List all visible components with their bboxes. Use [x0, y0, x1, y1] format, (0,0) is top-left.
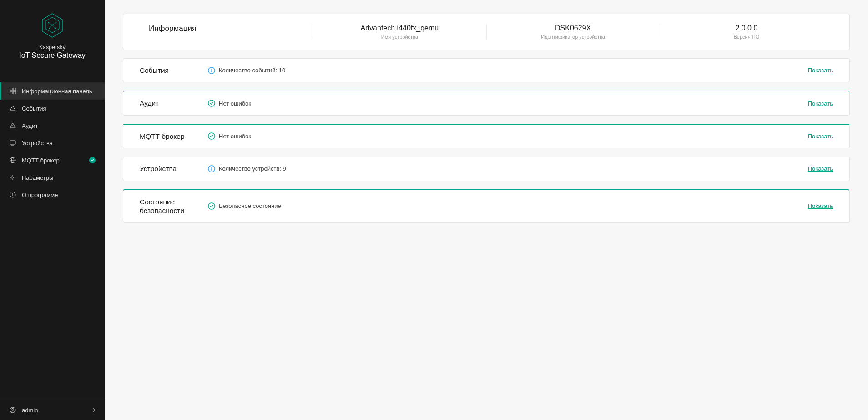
gear-icon [9, 174, 16, 181]
nav-label: О программе [22, 192, 58, 198]
svg-rect-14 [13, 91, 16, 94]
svg-point-38 [208, 203, 215, 209]
nav-item-audit[interactable]: Аудит [0, 117, 105, 134]
info-version-value: 2.0.0.0 [669, 24, 824, 32]
svg-point-36 [211, 167, 212, 168]
svg-point-18 [12, 127, 13, 127]
brand-block: Kaspersky IoT Secure Gateway [0, 0, 105, 69]
svg-line-7 [52, 23, 56, 25]
svg-point-24 [12, 177, 14, 178]
info-device-name-value: Advantech i440fx_qemu [322, 24, 477, 32]
svg-marker-15 [10, 106, 15, 111]
svg-point-29 [12, 408, 14, 410]
info-device-id-value: DSK0629X [496, 24, 651, 32]
mqtt-title: MQTT-брокер [140, 132, 208, 141]
mqtt-text: Нет ошибок [219, 133, 251, 140]
devices-title: Устройства [140, 164, 208, 173]
security-text: Безопасное состояние [219, 202, 281, 209]
nav-item-events[interactable]: События [0, 100, 105, 117]
info-device-name-cell: Advantech i440fx_qemu Имя устройства [313, 24, 486, 40]
svg-point-31 [211, 68, 212, 69]
check-circle-icon [208, 132, 215, 140]
svg-point-33 [208, 100, 215, 106]
svg-point-26 [12, 193, 13, 194]
security-show-link[interactable]: Показать [808, 202, 833, 209]
nav-label: Информационная панель [22, 88, 92, 95]
devices-text: Количество устройств: 9 [219, 165, 286, 172]
status-ok-badge-icon [89, 157, 96, 163]
brand-logo-icon [41, 13, 64, 38]
nav-label: События [22, 105, 46, 112]
user-name: admin [22, 407, 38, 414]
nav-label: Аудит [22, 122, 38, 129]
nav-label: MQTT-брокер [22, 157, 60, 164]
security-title: Состояние безопасности [140, 197, 208, 215]
check-circle-icon [208, 202, 215, 210]
nav-item-dashboard[interactable]: Информационная панель [0, 82, 105, 100]
svg-line-8 [49, 23, 52, 25]
events-title: События [140, 66, 208, 75]
audit-title: Аудит [140, 99, 208, 107]
check-circle-icon [208, 100, 215, 107]
info-device-id-cell: DSK0629X Идентификатор устройства [486, 24, 660, 40]
events-show-link[interactable]: Показать [808, 67, 833, 74]
sidebar-nav: Информационная панель События Аудит Устр… [0, 82, 105, 400]
svg-rect-19 [10, 141, 15, 144]
info-title-cell: Информация [140, 24, 313, 40]
devices-card: Устройства Количество устройств: 9 Показ… [123, 157, 850, 181]
nav-item-mqtt[interactable]: MQTT-брокер [0, 152, 105, 169]
audit-text: Нет ошибок [219, 100, 251, 107]
warning-icon [9, 105, 16, 112]
audit-icon [9, 122, 16, 129]
audit-card: Аудит Нет ошибок Показать [123, 91, 850, 115]
main-content: Информация Advantech i440fx_qemu Имя уст… [105, 0, 868, 420]
sidebar-user-menu[interactable]: admin [0, 400, 105, 420]
brand-line1: Kaspersky [5, 44, 100, 51]
nav-item-about[interactable]: О программе [0, 186, 105, 203]
info-card: Информация Advantech i440fx_qemu Имя уст… [123, 14, 850, 50]
info-device-name-label: Имя устройства [322, 34, 477, 40]
svg-rect-13 [10, 91, 12, 94]
security-card: Состояние безопасности Безопасное состоя… [123, 189, 850, 223]
svg-rect-12 [13, 88, 16, 91]
audit-show-link[interactable]: Показать [808, 100, 833, 107]
globe-icon [9, 157, 16, 164]
nav-item-devices[interactable]: Устройства [0, 134, 105, 152]
events-text: Количество событий: 10 [219, 67, 285, 74]
mqtt-card: MQTT-брокер Нет ошибок Показать [123, 124, 850, 148]
info-icon [9, 191, 16, 198]
devices-icon [9, 139, 16, 147]
user-icon [9, 406, 16, 414]
devices-show-link[interactable]: Показать [808, 165, 833, 172]
info-circle-icon [208, 165, 215, 172]
info-version-cell: 2.0.0.0 Версия ПО [660, 24, 833, 40]
svg-line-10 [50, 25, 52, 28]
events-card: События Количество событий: 10 Показать [123, 58, 850, 82]
info-title: Информация [149, 24, 303, 33]
nav-label: Устройства [22, 140, 53, 147]
nav-item-settings[interactable]: Параметры [0, 169, 105, 186]
brand-line2: IoT Secure Gateway [5, 51, 100, 60]
chevron-right-icon [93, 407, 96, 414]
mqtt-show-link[interactable]: Показать [808, 133, 833, 140]
info-version-label: Версия ПО [669, 34, 824, 40]
svg-rect-11 [10, 88, 12, 91]
nav-label: Параметры [22, 174, 53, 181]
info-device-id-label: Идентификатор устройства [496, 34, 651, 40]
sidebar: Kaspersky IoT Secure Gateway Информацион… [0, 0, 105, 420]
svg-line-9 [52, 25, 55, 28]
svg-point-34 [208, 133, 215, 139]
dashboard-icon [9, 87, 16, 95]
info-circle-icon [208, 67, 215, 74]
